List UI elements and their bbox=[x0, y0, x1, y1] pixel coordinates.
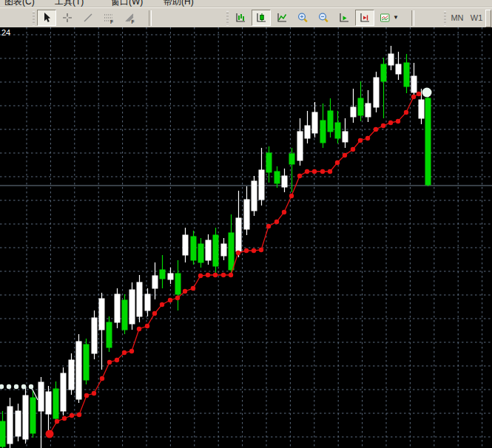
sar-red-dot bbox=[289, 194, 294, 198]
candle-body bbox=[425, 98, 431, 185]
trendline-tool-button[interactable] bbox=[78, 10, 98, 26]
toolbar-edge-stub[interactable] bbox=[485, 10, 491, 27]
indicators-template-button[interactable]: ▼ bbox=[376, 10, 402, 26]
sar-red-line bbox=[50, 94, 419, 434]
menu-item-help[interactable]: 帮助(H) bbox=[164, 0, 194, 7]
candle-body bbox=[388, 54, 394, 65]
sar-red-dot bbox=[274, 220, 279, 224]
candle-body bbox=[411, 76, 417, 92]
sar-red-dot bbox=[46, 430, 54, 438]
candle-body bbox=[145, 294, 150, 310]
sar-red-dot bbox=[168, 298, 172, 302]
sar-red-dot bbox=[312, 169, 317, 174]
sar-red-dot bbox=[374, 127, 378, 132]
candle-body bbox=[206, 240, 211, 260]
sar-white-dot bbox=[0, 384, 4, 389]
sar-red-dot bbox=[160, 302, 164, 307]
candle-body bbox=[335, 123, 340, 138]
crosshair-tool-button[interactable] bbox=[58, 10, 77, 26]
candle-body bbox=[84, 345, 89, 380]
sar-red-dot bbox=[396, 119, 400, 123]
menu-item-tools[interactable]: 工具(T) bbox=[55, 0, 84, 7]
candle-body bbox=[61, 373, 66, 411]
zoom-in-button[interactable] bbox=[293, 10, 312, 26]
candle-body bbox=[236, 218, 241, 251]
sar-red-dot bbox=[213, 273, 218, 277]
candle-body bbox=[16, 411, 21, 436]
candle-body bbox=[274, 172, 280, 183]
candle-body bbox=[213, 235, 218, 266]
period-w1-button[interactable]: W1 bbox=[468, 10, 485, 26]
sar-red-dot bbox=[388, 121, 393, 125]
candle-body bbox=[252, 181, 257, 211]
candle-body bbox=[320, 121, 326, 143]
toolbar-drag-handle[interactable] bbox=[226, 11, 229, 25]
line-chart-button[interactable] bbox=[272, 10, 292, 26]
toolbar-separator bbox=[411, 10, 414, 26]
sar-red-dot bbox=[244, 248, 249, 253]
candle-body bbox=[191, 237, 196, 260]
candlestick-chart-button[interactable] bbox=[252, 10, 271, 26]
cursor-tool-button[interactable] bbox=[37, 10, 56, 26]
last-price-marker bbox=[422, 88, 432, 98]
chart-shift-button[interactable] bbox=[355, 10, 374, 26]
candlestick-icon bbox=[255, 12, 267, 24]
sar-red-dot bbox=[175, 296, 180, 300]
candle-body bbox=[289, 154, 294, 164]
candle-body bbox=[351, 107, 356, 117]
sar-red-dot bbox=[266, 224, 271, 228]
sar-red-dot bbox=[252, 248, 256, 253]
candle-body bbox=[229, 233, 234, 270]
candle-body bbox=[381, 64, 386, 81]
candlestick-chart-canvas[interactable] bbox=[0, 27, 492, 448]
candle-body bbox=[129, 290, 135, 324]
candle-body bbox=[175, 274, 181, 294]
sar-white-dot bbox=[21, 384, 26, 389]
auto-scroll-button[interactable] bbox=[334, 10, 354, 26]
candle-body bbox=[53, 389, 58, 418]
fibonacci-tool-button[interactable]: F bbox=[99, 10, 118, 26]
candle-body bbox=[244, 200, 249, 229]
sar-red-dot bbox=[115, 358, 119, 362]
toolbar-drag-handle[interactable] bbox=[33, 11, 35, 25]
candle-body bbox=[168, 274, 173, 279]
sar-red-dot bbox=[259, 248, 263, 252]
svg-text:F: F bbox=[132, 19, 135, 24]
candle-body bbox=[328, 111, 333, 132]
candle-body bbox=[30, 398, 36, 433]
sar-red-dot bbox=[297, 174, 302, 178]
chart-area[interactable]: 24 bbox=[0, 27, 492, 448]
candle-body bbox=[305, 126, 310, 138]
sar-red-dot bbox=[381, 123, 385, 128]
toolbar-drag-handle[interactable] bbox=[444, 11, 446, 25]
sar-red-dot bbox=[328, 169, 332, 174]
sar-red-dot bbox=[84, 393, 89, 398]
sar-red-dot bbox=[129, 349, 134, 353]
bar-chart-button[interactable] bbox=[231, 10, 250, 26]
line-chart-icon bbox=[276, 12, 288, 24]
fibonacci-icon: F bbox=[103, 12, 115, 24]
toolbar-separator bbox=[149, 10, 152, 26]
candle-body bbox=[160, 270, 165, 279]
sar-red-dot bbox=[183, 289, 187, 293]
mt4-window: 图表(C) 工具(T) 窗口(W) 帮助(H) FF ▼ MNW1 24 bbox=[0, 0, 492, 29]
menu-item-window[interactable]: 窗口(W) bbox=[111, 0, 143, 7]
sar-red-dot bbox=[137, 327, 141, 331]
sar-white-dot bbox=[14, 384, 18, 389]
sar-red-dot bbox=[77, 413, 81, 417]
candle-body bbox=[198, 244, 203, 262]
candle-body bbox=[365, 103, 371, 117]
menu-item-chart[interactable]: 图表(C) bbox=[4, 0, 35, 7]
zoom-out-button[interactable] bbox=[314, 10, 333, 26]
sar-red-dot bbox=[229, 273, 233, 277]
svg-text:F: F bbox=[110, 19, 113, 24]
sar-red-dot bbox=[221, 273, 226, 277]
sar-red-dot bbox=[236, 251, 240, 255]
fibonacci-fan-tool-button[interactable]: F bbox=[120, 10, 139, 26]
sar-red-dot bbox=[320, 169, 325, 174]
period-mn-button[interactable]: MN bbox=[448, 10, 466, 26]
candle-body bbox=[396, 64, 401, 74]
sar-red-dot bbox=[107, 360, 112, 364]
sar-red-dot bbox=[404, 110, 408, 115]
candle-body bbox=[69, 360, 74, 390]
